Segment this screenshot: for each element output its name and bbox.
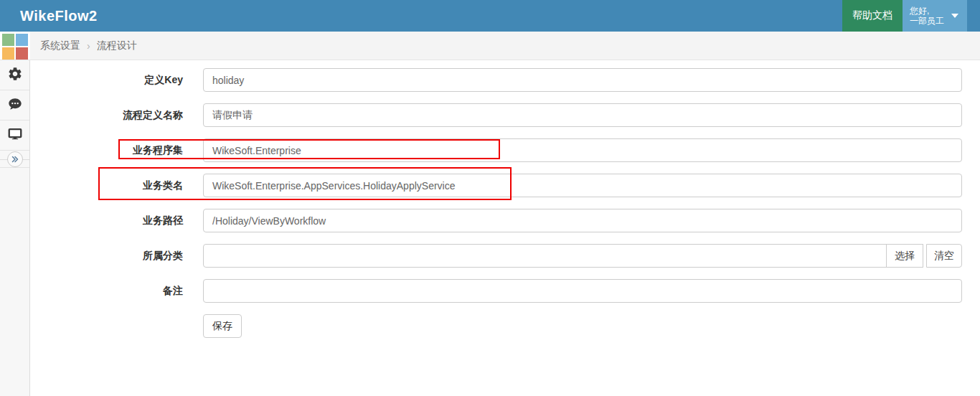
business-path-input[interactable] (203, 209, 962, 232)
remark-input[interactable] (203, 279, 962, 303)
field-label-business-class: 业务类名 (30, 179, 203, 192)
user-menu-dropdown[interactable]: 您好, 一部员工 (903, 0, 967, 32)
chat-bubble-icon (7, 96, 23, 115)
process-name-input[interactable] (203, 103, 962, 127)
field-label-definition-key: 定义Key (30, 74, 203, 87)
user-greeting-line1: 您好, (910, 6, 944, 16)
app-header: WikeFlow2 帮助文档 您好, 一部员工 (0, 0, 980, 32)
input-wrap (203, 174, 962, 197)
caret-down-icon (951, 14, 958, 18)
input-wrap (203, 209, 962, 232)
breadcrumb: 系统设置 › 流程设计 (30, 32, 980, 60)
field-label-remark: 备注 (30, 285, 203, 298)
page: WikeFlow2 帮助文档 您好, 一部员工 (0, 0, 980, 396)
input-wrap (203, 279, 962, 303)
double-chevron-right-icon (7, 151, 23, 167)
form-row-definition-key: 定义Key (30, 68, 980, 92)
monitor-icon (7, 126, 23, 145)
logo-square-blue (16, 34, 28, 46)
input-wrap (203, 103, 962, 127)
form-row-category: 所属分类 选择 清空 (30, 244, 980, 268)
category-select-button[interactable]: 选择 (886, 244, 923, 268)
field-label-category: 所属分类 (30, 250, 203, 263)
category-input[interactable] (203, 244, 887, 268)
field-label-process-name: 流程定义名称 (30, 109, 203, 122)
sidebar (0, 32, 30, 396)
form-row-remark: 备注 (30, 279, 980, 303)
category-input-group: 选择 清空 (203, 244, 962, 268)
breadcrumb-process-design[interactable]: 流程设计 (97, 39, 137, 52)
app-logo[interactable] (0, 32, 30, 60)
sidebar-item-messages[interactable] (0, 90, 29, 121)
form-row-business-class: 业务类名 (30, 174, 980, 197)
sidebar-item-settings[interactable] (0, 60, 29, 90)
breadcrumb-system-settings[interactable]: 系统设置 (40, 39, 80, 52)
field-label-business-path: 业务路径 (30, 214, 203, 227)
logo-squares-icon (2, 34, 30, 60)
business-assembly-input[interactable] (203, 138, 962, 162)
form-row-business-path: 业务路径 (30, 209, 980, 232)
input-wrap (203, 138, 962, 162)
save-button[interactable]: 保存 (203, 314, 242, 338)
logo-square-green (2, 34, 14, 46)
field-label-business-assembly: 业务程序集 (30, 144, 203, 157)
save-row: 保存 (30, 314, 980, 338)
definition-key-input[interactable] (203, 68, 962, 92)
help-docs-button[interactable]: 帮助文档 (842, 0, 903, 32)
gear-icon (7, 66, 23, 85)
logo-square-orange (2, 47, 14, 60)
sidebar-item-monitor[interactable] (0, 121, 29, 151)
breadcrumb-separator: › (87, 40, 90, 52)
category-clear-button[interactable]: 清空 (926, 244, 962, 268)
input-wrap (203, 68, 962, 92)
user-greeting: 您好, 一部员工 (910, 6, 944, 26)
form-row-business-assembly: 业务程序集 (30, 138, 980, 162)
business-class-input[interactable] (203, 174, 962, 197)
process-design-form: 定义Key 流程定义名称 业务程序集 业务类名 业务路径 (30, 60, 980, 396)
logo-square-red (16, 47, 28, 60)
user-greeting-line2: 一部员工 (910, 16, 944, 26)
form-row-process-name: 流程定义名称 (30, 103, 980, 127)
sidebar-collapse-toggle[interactable] (0, 151, 29, 168)
app-title: WikeFlow2 (0, 8, 98, 24)
